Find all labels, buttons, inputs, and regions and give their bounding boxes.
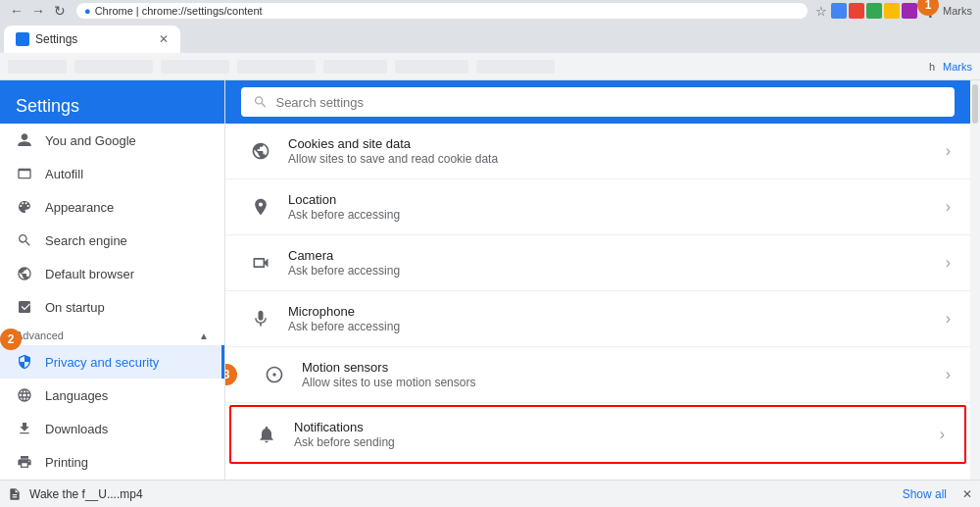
sidebar-item-search-engine[interactable]: Search engine: [0, 224, 224, 257]
advanced-label: Advanced: [16, 330, 64, 341]
sidebar-item-privacy[interactable]: Privacy and security: [0, 345, 224, 379]
sidebar-item-default-browser[interactable]: Default browser: [0, 257, 224, 290]
scrollbar-thumb[interactable]: [972, 84, 978, 124]
file-icon: [8, 487, 22, 501]
bookmark-3[interactable]: [161, 60, 229, 74]
download-icon: [16, 420, 33, 437]
avatar-3: [866, 3, 882, 19]
camera-text: Camera Ask before accessing: [288, 248, 946, 278]
bottom-close-button[interactable]: ✕: [962, 487, 972, 501]
appearance-icon: [16, 198, 33, 216]
microphone-desc: Ask before accessing: [288, 320, 946, 333]
advanced-arrow-icon: ▲: [199, 330, 209, 341]
avatar-5: [902, 3, 917, 19]
bookmark-6[interactable]: [395, 60, 468, 74]
motion-text: Motion sensors Allow sites to use motion…: [302, 360, 946, 389]
notifications-text: Notifications Ask before sending: [294, 420, 940, 449]
search-field[interactable]: [275, 95, 943, 110]
notifications-item[interactable]: Notifications Ask before sending ›: [229, 405, 966, 464]
back-button[interactable]: ←: [8, 2, 25, 20]
avatar-group: [831, 3, 917, 19]
sidebar-item-autofill[interactable]: Autofill: [0, 157, 224, 190]
cookies-item[interactable]: Cookies and site data Allow sites to sav…: [225, 124, 970, 179]
sidebar-label-printing: Printing: [45, 455, 88, 470]
sidebar-label-languages: Languages: [45, 388, 108, 403]
profile-area: [831, 3, 917, 19]
shield-icon: [16, 353, 33, 371]
content-items-list: Cookies and site data Allow sites to sav…: [225, 124, 970, 507]
browser-top-bar: ← → ↻ ● Chrome | chrome://settings/conte…: [0, 0, 980, 22]
star-icon[interactable]: ☆: [815, 4, 827, 19]
show-all-button[interactable]: Show all: [903, 487, 947, 501]
bell-icon: [251, 419, 282, 450]
microphone-title: Microphone: [288, 304, 946, 319]
sidebar-item-languages[interactable]: Languages: [0, 379, 224, 412]
location-desc: Ask before accessing: [288, 208, 946, 222]
reload-button[interactable]: ↻: [51, 2, 69, 20]
scrollbar[interactable]: [970, 80, 980, 507]
camera-desc: Ask before accessing: [288, 264, 946, 278]
marks-label: Marks: [943, 5, 972, 17]
bookmarks-label: h: [929, 61, 935, 73]
toolbar-right: ☆ 1 ⋮ Marks: [815, 2, 972, 20]
sidebar: Settings You and Google Autofill Appeara…: [0, 80, 225, 507]
notifications-chevron: ›: [940, 426, 945, 443]
tab-favicon: [16, 32, 29, 46]
sidebar-label-you-google: You and Google: [45, 133, 136, 148]
cookies-title: Cookies and site data: [288, 136, 946, 151]
person-icon: [16, 131, 33, 149]
motion-icon: [259, 359, 290, 390]
bookmark-2[interactable]: [74, 60, 153, 74]
bookmark-7[interactable]: [476, 60, 555, 74]
globe-icon: [16, 386, 33, 404]
microphone-icon: [245, 303, 276, 334]
sidebar-label-on-startup: On startup: [45, 300, 105, 315]
content-area: Cookies and site data Allow sites to sav…: [225, 80, 970, 507]
bookmarks-more[interactable]: Marks: [943, 61, 972, 73]
sidebar-item-you-google[interactable]: You and Google: [0, 124, 224, 157]
camera-item[interactable]: Camera Ask before accessing ›: [225, 235, 970, 291]
default-browser-icon: [16, 265, 33, 282]
bookmark-5[interactable]: [323, 60, 387, 74]
location-title: Location: [288, 192, 946, 207]
settings-layout: Settings You and Google Autofill Appeara…: [0, 80, 980, 507]
notifications-title: Notifications: [294, 420, 940, 434]
settings-tab[interactable]: Settings ✕: [4, 25, 180, 53]
sidebar-item-printing[interactable]: Printing: [0, 445, 224, 479]
advanced-section-header[interactable]: Advanced ▲: [0, 324, 224, 345]
camera-chevron: ›: [946, 254, 951, 272]
forward-button[interactable]: →: [29, 2, 47, 20]
avatar-2: [849, 3, 864, 19]
bookmark-4[interactable]: [237, 60, 316, 74]
bookmarks-bar: h Marks: [0, 53, 980, 80]
sidebar-item-appearance[interactable]: Appearance: [0, 190, 224, 224]
motion-item[interactable]: 3 Motion sensors Allow sites to use moti…: [225, 347, 970, 403]
search-engine-icon: [16, 231, 33, 249]
tab-close-button[interactable]: ✕: [159, 32, 169, 46]
sidebar-label-search-engine: Search engine: [45, 233, 127, 248]
notifications-desc: Ask before sending: [294, 435, 940, 449]
annotation-2-badge: 2: [0, 329, 22, 350]
location-item[interactable]: Location Ask before accessing ›: [225, 179, 970, 235]
browser-nav: ← → ↻: [8, 2, 69, 20]
cookies-chevron: ›: [946, 142, 951, 160]
menu-area: 1 ⋮: [921, 2, 939, 20]
sidebar-item-on-startup[interactable]: On startup: [0, 290, 224, 324]
svg-point-0: [272, 373, 275, 376]
url-text: Chrome | chrome://settings/content: [95, 5, 263, 17]
address-bar[interactable]: ● Chrome | chrome://settings/content: [76, 3, 808, 19]
cookie-icon: [245, 135, 276, 167]
motion-chevron: ›: [946, 366, 951, 383]
tabs-bar: Settings ✕: [0, 22, 980, 53]
location-chevron: ›: [946, 198, 951, 216]
camera-icon: [245, 247, 276, 279]
advanced-section-wrap: 2 Advanced ▲: [0, 324, 224, 345]
microphone-item[interactable]: Microphone Ask before accessing ›: [225, 291, 970, 347]
motion-desc: Allow sites to use motion sensors: [302, 376, 946, 389]
sidebar-label-appearance: Appearance: [45, 200, 114, 215]
search-input-wrap[interactable]: [241, 87, 955, 117]
sidebar-item-downloads[interactable]: Downloads: [0, 412, 224, 445]
bottom-bar: Wake the f__U....mp4 Show all ✕: [0, 480, 980, 507]
bookmark-1[interactable]: [8, 60, 67, 74]
sidebar-label-downloads: Downloads: [45, 422, 108, 436]
